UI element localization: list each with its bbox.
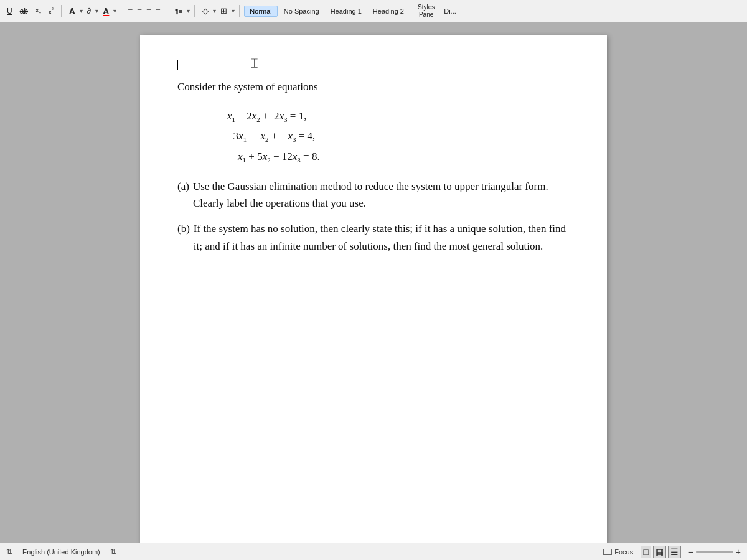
part-b-text: If the system has no solution, then clea… [194, 220, 570, 254]
eq2-text: −3x1 − x2 + x3 = 4, [227, 126, 315, 146]
shading-button[interactable]: ◇ [199, 5, 212, 17]
table-button[interactable]: ⊞ [217, 5, 230, 17]
separator-1 [61, 5, 62, 17]
separator-3 [167, 5, 167, 17]
document-content: Consider the system of equations x1 − 2x… [177, 78, 570, 254]
equation-1: x1 − 2x2 + 2x3 = 1, [227, 106, 570, 126]
focus-label: Focus [614, 548, 633, 556]
style-normal-button[interactable]: Normal [244, 6, 277, 17]
statusbar: ⇅ English (United Kingdom) ⇅ Focus □ ▦ ☰… [0, 543, 747, 560]
separator-4 [194, 5, 195, 17]
align-justify-icon[interactable]: ≡ [154, 6, 162, 17]
style-no-spacing-button[interactable]: No Spacing [279, 6, 324, 16]
equation-3: x1 + 5x2 − 12x3 = 8. [227, 147, 570, 167]
eq3-text: x1 + 5x2 − 12x3 = 8. [227, 147, 320, 167]
shading-dropdown[interactable]: ▾ [213, 7, 216, 14]
document-area: ⌶ Consider the system of equations x1 − … [0, 22, 747, 543]
superscript-button[interactable]: x² [45, 6, 57, 17]
align-center-icon[interactable]: ≡ [135, 6, 144, 17]
part-b-label: (b) [177, 220, 190, 237]
font-group: A ▾ ∂ ▾ A ▾ [66, 5, 117, 17]
highlight-button[interactable]: ∂ [84, 5, 94, 17]
view-page-icon[interactable]: □ [641, 546, 651, 558]
focus-button[interactable]: Focus [603, 548, 633, 556]
font-color-button[interactable]: A [100, 5, 112, 17]
subscript-button[interactable]: x₂ [32, 5, 44, 17]
language-label[interactable]: English (United Kingdom) [22, 548, 100, 556]
toolbar: U ab x₂ x² A ▾ ∂ ▾ A ▾ ≡ ≡ ≡ ≡ ¶≡ ▾ ◇ ▾ … [0, 0, 747, 22]
equations-block: x1 − 2x2 + 2x3 = 1, −3x1 − x2 + x3 = 4, … [227, 106, 570, 167]
styles-group: Normal No Spacing Heading 1 Heading 2 [244, 6, 409, 17]
style-heading2-button[interactable]: Heading 2 [368, 6, 409, 16]
part-a-label: (a) [177, 178, 189, 195]
font-size-button[interactable]: A [66, 5, 78, 17]
style-heading1-button[interactable]: Heading 1 [326, 6, 367, 16]
table-dropdown[interactable]: ▾ [232, 7, 235, 14]
part-a-text: Use the Gaussian elimination method to r… [193, 178, 570, 212]
text-cursor-icon: ⌶ [251, 57, 258, 70]
zoom-minus-button[interactable]: − [688, 547, 693, 557]
shading-table-group: ◇ ▾ ⊞ ▾ [199, 5, 235, 17]
list-indent-group: ¶≡ ▾ [172, 6, 190, 16]
strikethrough-button[interactable]: ab [17, 6, 31, 17]
list-indent-dropdown[interactable]: ▾ [187, 7, 190, 14]
separator-5 [239, 5, 240, 17]
language-sort-icon[interactable]: ⇅ [110, 548, 116, 556]
part-b-block: (b) If the system has no solution, then … [177, 220, 570, 254]
language-icon: ⇅ [6, 548, 12, 556]
zoom-control: − + [688, 547, 741, 557]
view-outline-icon[interactable]: ☰ [668, 546, 681, 558]
font-dropdown-arrow[interactable]: ▾ [80, 7, 83, 14]
eq1-text: x1 − 2x2 + 2x3 = 1, [227, 106, 306, 126]
zoom-plus-button[interactable]: + [736, 547, 741, 557]
focus-icon [603, 549, 612, 555]
separator-2 [121, 5, 121, 17]
underline-button[interactable]: U [4, 6, 16, 17]
cursor-line [177, 60, 178, 70]
align-left-icon[interactable]: ≡ [126, 6, 134, 17]
styles-pane-button[interactable]: Styles Pane [414, 2, 438, 20]
intro-paragraph: Consider the system of equations [177, 78, 570, 95]
view-thumbnail-icon[interactable]: ▦ [653, 546, 666, 558]
text-format-group: U ab x₂ x² [4, 5, 57, 17]
font-color-dropdown-arrow[interactable]: ▾ [113, 7, 116, 14]
dis-button[interactable]: Di... [441, 6, 459, 16]
part-a-block: (a) Use the Gaussian elimination method … [177, 178, 570, 212]
page: ⌶ Consider the system of equations x1 − … [140, 35, 607, 543]
view-icons-group: □ ▦ ☰ [641, 546, 680, 558]
alignment-group: ≡ ≡ ≡ ≡ [126, 6, 162, 17]
zoom-slider[interactable] [696, 551, 733, 553]
highlight-dropdown-arrow[interactable]: ▾ [95, 7, 98, 14]
equation-2: −3x1 − x2 + x3 = 4, [227, 126, 570, 146]
align-right-icon[interactable]: ≡ [144, 6, 153, 17]
status-right-group: Focus □ ▦ ☰ − + [603, 546, 741, 558]
list-indent-button[interactable]: ¶≡ [172, 6, 186, 16]
